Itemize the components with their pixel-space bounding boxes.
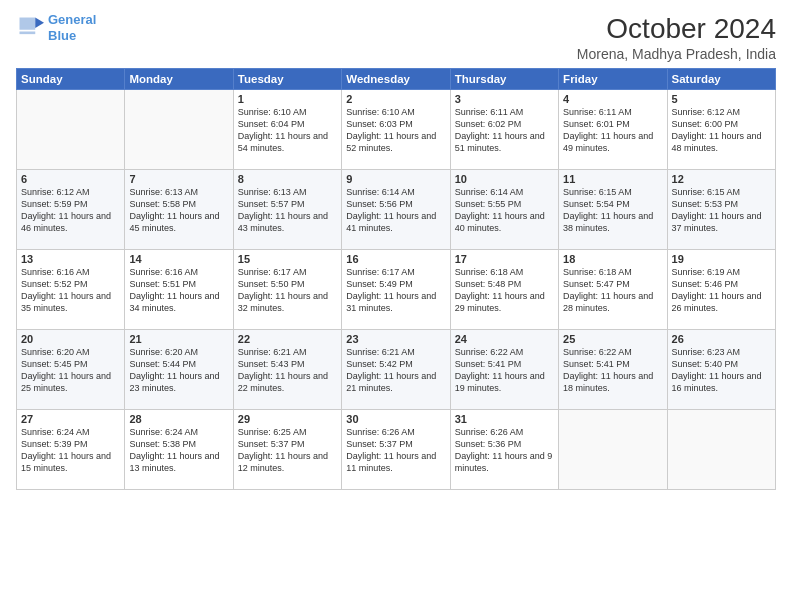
- calendar-cell: 15Sunrise: 6:17 AM Sunset: 5:50 PM Dayli…: [233, 249, 341, 329]
- calendar-week-4: 20Sunrise: 6:20 AM Sunset: 5:45 PM Dayli…: [17, 329, 776, 409]
- calendar-cell: 1Sunrise: 6:10 AM Sunset: 6:04 PM Daylig…: [233, 89, 341, 169]
- calendar-col-monday: Monday: [125, 68, 233, 89]
- day-number: 14: [129, 253, 228, 265]
- day-number: 4: [563, 93, 662, 105]
- day-info: Sunrise: 6:17 AM Sunset: 5:50 PM Dayligh…: [238, 266, 337, 315]
- day-number: 24: [455, 333, 554, 345]
- calendar-col-sunday: Sunday: [17, 68, 125, 89]
- day-info: Sunrise: 6:10 AM Sunset: 6:04 PM Dayligh…: [238, 106, 337, 155]
- day-number: 1: [238, 93, 337, 105]
- calendar-cell: [667, 409, 775, 489]
- day-info: Sunrise: 6:16 AM Sunset: 5:51 PM Dayligh…: [129, 266, 228, 315]
- calendar-cell: 30Sunrise: 6:26 AM Sunset: 5:37 PM Dayli…: [342, 409, 450, 489]
- calendar-cell: 2Sunrise: 6:10 AM Sunset: 6:03 PM Daylig…: [342, 89, 450, 169]
- calendar-col-friday: Friday: [559, 68, 667, 89]
- day-number: 18: [563, 253, 662, 265]
- calendar-cell: 6Sunrise: 6:12 AM Sunset: 5:59 PM Daylig…: [17, 169, 125, 249]
- subtitle: Morena, Madhya Pradesh, India: [577, 46, 776, 62]
- day-info: Sunrise: 6:22 AM Sunset: 5:41 PM Dayligh…: [455, 346, 554, 395]
- day-info: Sunrise: 6:16 AM Sunset: 5:52 PM Dayligh…: [21, 266, 120, 315]
- calendar-col-wednesday: Wednesday: [342, 68, 450, 89]
- calendar-cell: 18Sunrise: 6:18 AM Sunset: 5:47 PM Dayli…: [559, 249, 667, 329]
- day-number: 27: [21, 413, 120, 425]
- calendar-cell: 4Sunrise: 6:11 AM Sunset: 6:01 PM Daylig…: [559, 89, 667, 169]
- calendar-cell: 3Sunrise: 6:11 AM Sunset: 6:02 PM Daylig…: [450, 89, 558, 169]
- day-info: Sunrise: 6:25 AM Sunset: 5:37 PM Dayligh…: [238, 426, 337, 475]
- day-info: Sunrise: 6:24 AM Sunset: 5:39 PM Dayligh…: [21, 426, 120, 475]
- calendar-cell: 14Sunrise: 6:16 AM Sunset: 5:51 PM Dayli…: [125, 249, 233, 329]
- day-info: Sunrise: 6:15 AM Sunset: 5:53 PM Dayligh…: [672, 186, 771, 235]
- calendar-cell: 20Sunrise: 6:20 AM Sunset: 5:45 PM Dayli…: [17, 329, 125, 409]
- day-info: Sunrise: 6:10 AM Sunset: 6:03 PM Dayligh…: [346, 106, 445, 155]
- day-info: Sunrise: 6:24 AM Sunset: 5:38 PM Dayligh…: [129, 426, 228, 475]
- day-number: 6: [21, 173, 120, 185]
- day-info: Sunrise: 6:21 AM Sunset: 5:43 PM Dayligh…: [238, 346, 337, 395]
- day-info: Sunrise: 6:20 AM Sunset: 5:44 PM Dayligh…: [129, 346, 228, 395]
- logo-icon: [16, 14, 44, 42]
- logo-general: General: [48, 12, 96, 27]
- calendar-cell: 27Sunrise: 6:24 AM Sunset: 5:39 PM Dayli…: [17, 409, 125, 489]
- calendar-week-1: 1Sunrise: 6:10 AM Sunset: 6:04 PM Daylig…: [17, 89, 776, 169]
- day-info: Sunrise: 6:11 AM Sunset: 6:02 PM Dayligh…: [455, 106, 554, 155]
- calendar-cell: [559, 409, 667, 489]
- day-info: Sunrise: 6:22 AM Sunset: 5:41 PM Dayligh…: [563, 346, 662, 395]
- day-number: 5: [672, 93, 771, 105]
- calendar-cell: 17Sunrise: 6:18 AM Sunset: 5:48 PM Dayli…: [450, 249, 558, 329]
- calendar-cell: 22Sunrise: 6:21 AM Sunset: 5:43 PM Dayli…: [233, 329, 341, 409]
- day-info: Sunrise: 6:12 AM Sunset: 5:59 PM Dayligh…: [21, 186, 120, 235]
- calendar-cell: 11Sunrise: 6:15 AM Sunset: 5:54 PM Dayli…: [559, 169, 667, 249]
- day-number: 28: [129, 413, 228, 425]
- day-number: 3: [455, 93, 554, 105]
- calendar-table: SundayMondayTuesdayWednesdayThursdayFrid…: [16, 68, 776, 490]
- day-info: Sunrise: 6:26 AM Sunset: 5:37 PM Dayligh…: [346, 426, 445, 475]
- calendar-col-thursday: Thursday: [450, 68, 558, 89]
- calendar-col-tuesday: Tuesday: [233, 68, 341, 89]
- day-info: Sunrise: 6:19 AM Sunset: 5:46 PM Dayligh…: [672, 266, 771, 315]
- calendar-week-5: 27Sunrise: 6:24 AM Sunset: 5:39 PM Dayli…: [17, 409, 776, 489]
- day-info: Sunrise: 6:15 AM Sunset: 5:54 PM Dayligh…: [563, 186, 662, 235]
- day-number: 8: [238, 173, 337, 185]
- day-number: 29: [238, 413, 337, 425]
- title-block: October 2024 Morena, Madhya Pradesh, Ind…: [577, 12, 776, 62]
- day-number: 31: [455, 413, 554, 425]
- day-number: 17: [455, 253, 554, 265]
- day-info: Sunrise: 6:26 AM Sunset: 5:36 PM Dayligh…: [455, 426, 554, 475]
- day-info: Sunrise: 6:13 AM Sunset: 5:58 PM Dayligh…: [129, 186, 228, 235]
- day-info: Sunrise: 6:12 AM Sunset: 6:00 PM Dayligh…: [672, 106, 771, 155]
- logo-text-block: General Blue: [48, 12, 96, 43]
- calendar-cell: 19Sunrise: 6:19 AM Sunset: 5:46 PM Dayli…: [667, 249, 775, 329]
- calendar-cell: 12Sunrise: 6:15 AM Sunset: 5:53 PM Dayli…: [667, 169, 775, 249]
- calendar-cell: 10Sunrise: 6:14 AM Sunset: 5:55 PM Dayli…: [450, 169, 558, 249]
- svg-rect-3: [20, 31, 36, 34]
- calendar-cell: 21Sunrise: 6:20 AM Sunset: 5:44 PM Dayli…: [125, 329, 233, 409]
- calendar-cell: 16Sunrise: 6:17 AM Sunset: 5:49 PM Dayli…: [342, 249, 450, 329]
- day-number: 15: [238, 253, 337, 265]
- calendar-cell: 26Sunrise: 6:23 AM Sunset: 5:40 PM Dayli…: [667, 329, 775, 409]
- calendar-cell: 24Sunrise: 6:22 AM Sunset: 5:41 PM Dayli…: [450, 329, 558, 409]
- day-number: 21: [129, 333, 228, 345]
- day-number: 13: [21, 253, 120, 265]
- calendar-cell: 5Sunrise: 6:12 AM Sunset: 6:00 PM Daylig…: [667, 89, 775, 169]
- day-info: Sunrise: 6:14 AM Sunset: 5:55 PM Dayligh…: [455, 186, 554, 235]
- day-number: 7: [129, 173, 228, 185]
- calendar-cell: 28Sunrise: 6:24 AM Sunset: 5:38 PM Dayli…: [125, 409, 233, 489]
- day-number: 16: [346, 253, 445, 265]
- day-info: Sunrise: 6:14 AM Sunset: 5:56 PM Dayligh…: [346, 186, 445, 235]
- calendar-header-row: SundayMondayTuesdayWednesdayThursdayFrid…: [17, 68, 776, 89]
- day-info: Sunrise: 6:21 AM Sunset: 5:42 PM Dayligh…: [346, 346, 445, 395]
- calendar-week-2: 6Sunrise: 6:12 AM Sunset: 5:59 PM Daylig…: [17, 169, 776, 249]
- day-info: Sunrise: 6:17 AM Sunset: 5:49 PM Dayligh…: [346, 266, 445, 315]
- day-info: Sunrise: 6:11 AM Sunset: 6:01 PM Dayligh…: [563, 106, 662, 155]
- calendar-cell: [125, 89, 233, 169]
- calendar-cell: 31Sunrise: 6:26 AM Sunset: 5:36 PM Dayli…: [450, 409, 558, 489]
- calendar-cell: 25Sunrise: 6:22 AM Sunset: 5:41 PM Dayli…: [559, 329, 667, 409]
- day-info: Sunrise: 6:23 AM Sunset: 5:40 PM Dayligh…: [672, 346, 771, 395]
- day-number: 26: [672, 333, 771, 345]
- logo: General Blue: [16, 12, 96, 43]
- day-number: 23: [346, 333, 445, 345]
- day-number: 22: [238, 333, 337, 345]
- calendar-cell: 23Sunrise: 6:21 AM Sunset: 5:42 PM Dayli…: [342, 329, 450, 409]
- day-number: 19: [672, 253, 771, 265]
- day-number: 11: [563, 173, 662, 185]
- logo-blue: Blue: [48, 28, 96, 44]
